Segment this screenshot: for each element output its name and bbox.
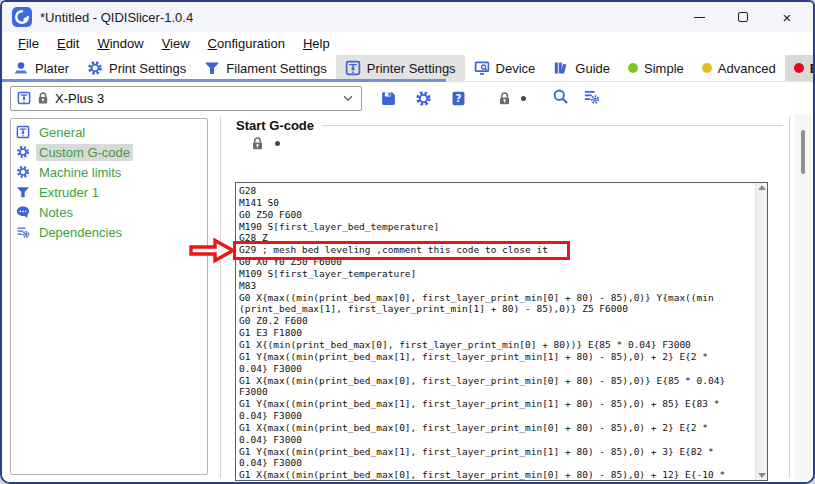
menu-configuration[interactable]: Configuration [200, 34, 293, 53]
tab-guide-label: Guide [575, 61, 610, 76]
filament-icon [16, 185, 30, 199]
tab-device-label: Device [496, 61, 536, 76]
simple-mode-dot-icon [628, 63, 638, 73]
tab-plater[interactable]: Plater [4, 55, 78, 81]
mode-expert-label: Expert [810, 61, 815, 76]
save-floppy-icon [380, 90, 397, 107]
menu-bar: File Edit Window View Configuration Help [2, 32, 813, 55]
sidebar-item-general[interactable]: General [11, 122, 207, 142]
gear-icon [16, 145, 30, 159]
lock-toggle-icon[interactable] [497, 91, 512, 106]
tab-guide[interactable]: Guide [544, 55, 619, 81]
tab-plater-label: Plater [35, 61, 69, 76]
tab-filament-settings-label: Filament Settings [226, 61, 326, 76]
notes-bubble-icon [16, 205, 30, 219]
settings-content: General Custom G-code Machine limits Ext… [2, 114, 813, 482]
expert-mode-dot-icon [794, 63, 804, 73]
close-button[interactable]: × [765, 2, 809, 32]
sidebar-item-label: Dependencies [36, 224, 125, 241]
page-scrollbar[interactable] [795, 114, 811, 480]
filament-icon [204, 60, 220, 76]
printer-icon [17, 91, 31, 105]
minimize-button[interactable] [677, 2, 721, 32]
app-window: *Untitled - QIDISlicer-1.0.4 × File Edit… [0, 0, 815, 484]
gcode-textarea[interactable] [236, 183, 754, 480]
search-icon [552, 88, 569, 105]
minimize-icon [694, 17, 705, 18]
tab-printer-settings-label: Printer Settings [367, 61, 456, 76]
guide-icon [553, 60, 569, 76]
gear-icon [87, 60, 103, 76]
menu-edit[interactable]: Edit [49, 34, 87, 53]
settings-sidebar: General Custom G-code Machine limits Ext… [10, 118, 208, 475]
help-book-icon [450, 90, 467, 107]
window-title: *Untitled - QIDISlicer-1.0.4 [40, 10, 193, 25]
lock-icon [36, 91, 50, 105]
maximize-button[interactable] [721, 2, 765, 32]
advanced-mode-dot-icon [702, 63, 712, 73]
tab-bar: Plater Print Settings Filament Settings … [2, 55, 813, 82]
modified-dot-icon [275, 141, 280, 146]
scroll-up-icon[interactable] [758, 185, 766, 190]
section-divider [322, 125, 783, 126]
modified-dot-icon [521, 96, 526, 101]
close-icon: × [783, 10, 792, 25]
sidebar-item-machine-limits[interactable]: Machine limits [11, 162, 207, 182]
page-scrollbar-thumb[interactable] [801, 130, 805, 174]
mode-simple-label: Simple [644, 61, 684, 76]
tab-print-settings-label: Print Settings [109, 61, 186, 76]
sidebar-item-custom-gcode[interactable]: Custom G-code [11, 142, 207, 162]
mode-advanced-label: Advanced [718, 61, 776, 76]
selected-tab-underline [2, 79, 446, 82]
panel-right-border [789, 116, 790, 478]
chevron-down-icon [341, 91, 355, 105]
printer-icon [345, 60, 361, 76]
menu-view[interactable]: View [154, 34, 198, 53]
tab-print-settings[interactable]: Print Settings [78, 55, 195, 81]
tab-filament-settings[interactable]: Filament Settings [195, 55, 335, 81]
mode-simple[interactable]: Simple [619, 55, 693, 81]
sidebar-item-label: Machine limits [36, 164, 124, 181]
section-title: Start G-code [236, 118, 314, 133]
maximize-icon [738, 12, 748, 22]
sidebar-item-label: Notes [36, 204, 76, 221]
plater-icon [13, 60, 29, 76]
sidebar-item-label: Extruder 1 [36, 184, 102, 201]
tab-printer-settings[interactable]: Printer Settings [336, 55, 465, 81]
sidebar-item-notes[interactable]: Notes [11, 202, 207, 222]
gear-icon [415, 90, 432, 107]
compare-settings-icon [583, 88, 600, 105]
preset-combo-value: X-Plus 3 [55, 91, 336, 106]
device-icon [474, 60, 490, 76]
menu-help[interactable]: Help [295, 34, 338, 53]
search-button[interactable] [552, 88, 569, 109]
title-bar: *Untitled - QIDISlicer-1.0.4 × [2, 2, 813, 32]
mode-advanced[interactable]: Advanced [693, 55, 785, 81]
sidebar-item-extruder-1[interactable]: Extruder 1 [11, 182, 207, 202]
scroll-down-icon[interactable] [758, 473, 766, 478]
lock-toggle-icon[interactable] [250, 136, 265, 151]
mode-expert[interactable]: Expert [785, 55, 815, 81]
app-logo-icon [12, 7, 32, 27]
menu-file[interactable]: File [10, 34, 47, 53]
sidebar-item-label: General [36, 124, 88, 141]
save-preset-button[interactable] [380, 90, 397, 107]
preset-toolbar: X-Plus 3 [2, 82, 813, 114]
dependencies-icon [16, 225, 30, 239]
printer-icon [16, 125, 30, 139]
gcode-scrollbar[interactable] [755, 183, 767, 480]
printer-preset-combo[interactable]: X-Plus 3 [10, 86, 362, 111]
tab-device[interactable]: Device [465, 55, 545, 81]
gear-icon [16, 165, 30, 179]
gcode-editor [235, 182, 768, 481]
compare-settings-button[interactable] [583, 88, 600, 109]
menu-window[interactable]: Window [89, 34, 151, 53]
panel-divider [220, 116, 221, 478]
preset-settings-button[interactable] [415, 90, 432, 107]
sidebar-item-dependencies[interactable]: Dependencies [11, 222, 207, 242]
help-button[interactable] [450, 90, 467, 107]
sidebar-item-label: Custom G-code [36, 144, 133, 161]
